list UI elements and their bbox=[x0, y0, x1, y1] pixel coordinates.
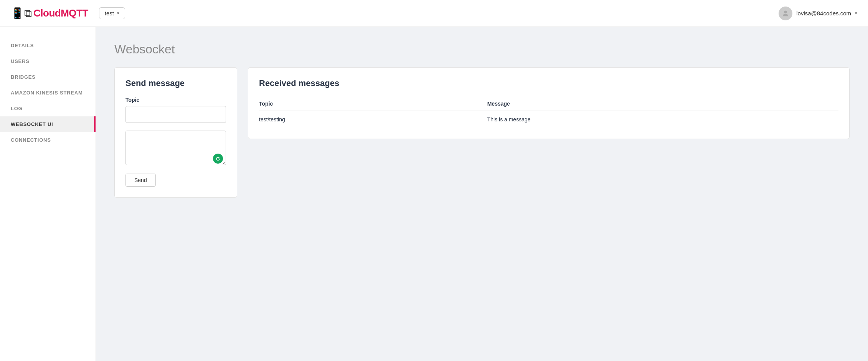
col-header-message: Message bbox=[487, 97, 838, 111]
header: 📱⧉ CloudMQTT test ▾ lovisa@84codes.com ▾ bbox=[0, 0, 868, 27]
panels-row: Send message Topic G Send Received messa… bbox=[114, 67, 850, 198]
sidebar-label-log: LOG bbox=[11, 106, 23, 111]
received-messages-card: Received messages Topic Message test/tes… bbox=[248, 67, 850, 139]
send-message-card: Send message Topic G Send bbox=[114, 67, 237, 198]
sidebar-label-amazon-kinesis: AMAZON KINESIS STREAM bbox=[11, 90, 83, 96]
topic-field: Topic bbox=[125, 97, 226, 123]
sidebar-item-bridges[interactable]: BRIDGES bbox=[0, 69, 96, 85]
svg-point-0 bbox=[784, 10, 787, 13]
instance-chevron-icon: ▾ bbox=[117, 11, 119, 16]
sidebar-label-bridges: BRIDGES bbox=[11, 74, 36, 80]
sidebar-item-log[interactable]: LOG bbox=[0, 101, 96, 116]
sidebar-item-connections[interactable]: CONNECTIONS bbox=[0, 132, 96, 148]
logo-icon: 📱⧉ bbox=[11, 7, 32, 20]
send-button[interactable]: Send bbox=[125, 174, 156, 187]
sidebar-label-connections: CONNECTIONS bbox=[11, 137, 51, 143]
header-right: lovisa@84codes.com ▾ bbox=[779, 7, 857, 20]
send-message-title: Send message bbox=[125, 78, 226, 88]
sidebar-item-amazon-kinesis[interactable]: AMAZON KINESIS STREAM bbox=[0, 85, 96, 101]
avatar bbox=[779, 7, 792, 20]
topic-label: Topic bbox=[125, 97, 226, 103]
topic-input[interactable] bbox=[125, 106, 226, 123]
table-row: test/testingThis is a message bbox=[259, 111, 838, 128]
user-chevron-icon: ▾ bbox=[855, 11, 857, 16]
instance-label: test bbox=[105, 10, 114, 17]
table-header-row: Topic Message bbox=[259, 97, 838, 111]
cell-message: This is a message bbox=[487, 111, 838, 128]
main-content: Websocket Send message Topic G Send Rece… bbox=[96, 27, 868, 361]
logo-text: CloudMQTT bbox=[33, 7, 88, 19]
message-field: G bbox=[125, 131, 226, 167]
col-header-topic: Topic bbox=[259, 97, 487, 111]
logo: 📱⧉ CloudMQTT bbox=[11, 7, 88, 20]
cell-topic: test/testing bbox=[259, 111, 487, 128]
page-title: Websocket bbox=[114, 42, 850, 56]
sidebar-label-websocket-ui: WEBSOCKET UI bbox=[11, 121, 53, 127]
received-messages-title: Received messages bbox=[259, 78, 838, 88]
app-body: DETAILS USERS BRIDGES AMAZON KINESIS STR… bbox=[0, 27, 868, 361]
sidebar-item-users[interactable]: USERS bbox=[0, 53, 96, 69]
sidebar: DETAILS USERS BRIDGES AMAZON KINESIS STR… bbox=[0, 27, 96, 361]
user-email: lovisa@84codes.com bbox=[796, 10, 851, 17]
sidebar-label-users: USERS bbox=[11, 58, 30, 64]
message-textarea[interactable] bbox=[125, 131, 226, 165]
sidebar-label-details: DETAILS bbox=[11, 43, 34, 48]
sidebar-item-websocket-ui[interactable]: WEBSOCKET UI bbox=[0, 116, 96, 132]
instance-selector[interactable]: test ▾ bbox=[99, 7, 125, 19]
sidebar-item-details[interactable]: DETAILS bbox=[0, 38, 96, 53]
grammarly-button[interactable]: G bbox=[213, 154, 223, 164]
messages-table: Topic Message test/testingThis is a mess… bbox=[259, 97, 838, 128]
